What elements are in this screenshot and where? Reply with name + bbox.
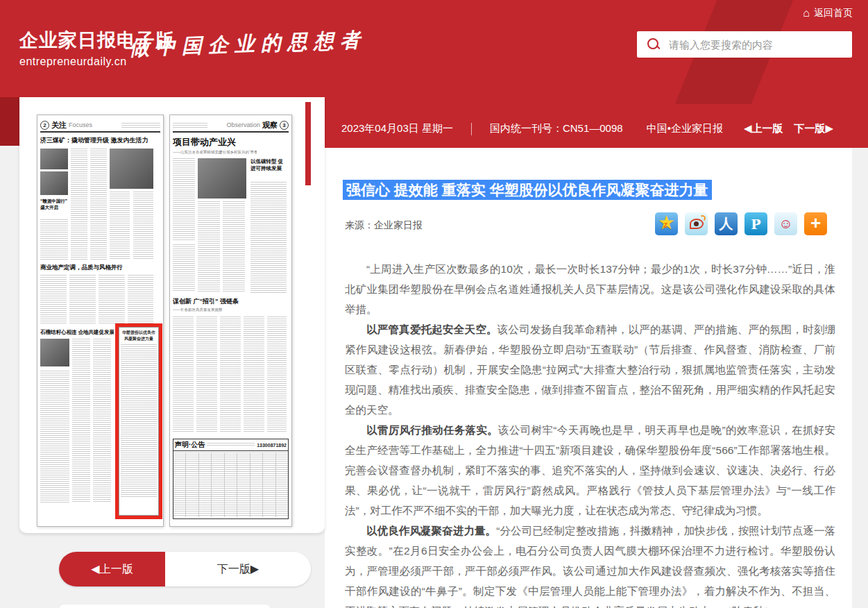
weibo-flame-glyph bbox=[699, 214, 706, 221]
current-article-highlight[interactable]: 华塑股份以优良作风凝聚奋进力量 bbox=[115, 323, 162, 519]
next-page-button[interactable]: 下一版▶ bbox=[165, 552, 311, 586]
page2-section-en: Focuses bbox=[69, 121, 92, 128]
thumbnail-scrollbar[interactable] bbox=[305, 102, 311, 185]
article-body: “上周进入生产区次数最多的10次，最长一次时长137分钟；最少的1次，时长37分… bbox=[345, 259, 835, 608]
share-more-icon[interactable]: + bbox=[804, 212, 827, 235]
page3-headline-1: 项目带动产业兴 bbox=[173, 136, 236, 149]
home-link-label: 返回首页 bbox=[814, 7, 853, 19]
search-icon[interactable] bbox=[647, 37, 661, 51]
page3-section-en: Observation bbox=[226, 121, 260, 128]
paper-name: 中国•企业家日报 bbox=[647, 122, 723, 135]
page-root: ⌂ 返回首页 企业家日报电子版 entrepreneurdaily.cn 做中国… bbox=[0, 0, 868, 608]
share-bar: ★z 人 P ☺ + bbox=[655, 212, 827, 235]
article-paragraph: “上周进入生产区次数最多的10次，最长一次时长137分钟；最少的1次，时长37分… bbox=[345, 259, 835, 319]
page3-number-icon: 3 bbox=[280, 121, 289, 130]
share-weibo-icon[interactable] bbox=[685, 212, 708, 235]
prev-page-button[interactable]: ◀上一版 bbox=[59, 552, 165, 586]
thumbnail-page-3[interactable]: Observation 观察 3 项目带动产业兴 ——山东沂水县崔家峪镇党建引领… bbox=[169, 115, 292, 527]
page3-subtitle-1: ——山东沂水县崔家峪镇党建引领乡村振兴的“齐鲁样板” bbox=[173, 150, 257, 155]
page3-headline-2: 以低碳转型 促进可持续发展 bbox=[250, 158, 287, 172]
share-kaixin-icon[interactable]: ☺ bbox=[774, 212, 797, 235]
date-text: 2023年04月03日 星期一 bbox=[341, 122, 453, 135]
page3-photo-1 bbox=[198, 158, 246, 199]
page2-masthead: 2 关注 Focuses bbox=[40, 119, 160, 133]
page2-headline-1: 济三煤矿：撬动管理升级 激发内生活力 bbox=[40, 136, 160, 145]
page2-photo-3 bbox=[110, 149, 153, 189]
page3-ads-section: 声明·公告 13300871892 bbox=[173, 439, 289, 519]
next-page-link[interactable]: 下一版▶ bbox=[794, 122, 833, 135]
current-article-thumb: 华塑股份以优良作风凝聚奋进力量 bbox=[119, 327, 159, 516]
search-input[interactable] bbox=[669, 39, 852, 51]
issue-number: 国内统一刊号：CN51—0098 bbox=[490, 122, 623, 135]
home-link[interactable]: ⌂ 返回首页 bbox=[803, 7, 853, 19]
thumbnail-page-2[interactable]: 2 关注 Focuses 济三煤矿：撬动管理升级 激发内生活力 “赣酒中国行”盛… bbox=[37, 115, 164, 527]
prev-page-link[interactable]: ◀上一版 bbox=[744, 122, 783, 135]
article-panel: 强信心 提效能 重落实 华塑股份以优良作风凝聚奋进力量 来源：企业家日报 ★z … bbox=[325, 148, 852, 608]
page-thumbnail[interactable]: 2 关注 Focuses 济三煤矿：撬动管理升级 激发内生活力 “赣酒中国行”盛… bbox=[37, 115, 292, 527]
page2-headline-2: “赣酒中国行”盛大开启 bbox=[40, 199, 69, 211]
header: ⌂ 返回首页 企业家日报电子版 entrepreneurdaily.cn 做中国… bbox=[0, 0, 868, 97]
article-source: 来源：企业家日报 bbox=[345, 219, 423, 232]
share-renren-icon[interactable]: 人 bbox=[715, 212, 738, 235]
page3-subtitle-3: ——长春新区高质量发展观察 bbox=[173, 307, 223, 312]
page2-section-cn: 关注 bbox=[51, 120, 67, 130]
article-paragraph: 以雷厉风行推动任务落实。该公司树牢“今天再晚也是早，明天再早也是晚”的效率意识，… bbox=[345, 420, 835, 521]
page2-masthead-info bbox=[121, 123, 160, 128]
current-article-thumb-title: 华塑股份以优良作风凝聚奋进力量 bbox=[121, 330, 157, 342]
share-qzone-icon[interactable]: ★z bbox=[655, 212, 678, 235]
qzone-z-glyph: z bbox=[663, 220, 667, 230]
page2-headline-3: 商业地产定调，品质与风格并行 bbox=[40, 264, 160, 272]
search-bar bbox=[637, 31, 852, 58]
ads-title: 声明·公告 bbox=[175, 440, 205, 450]
article-paragraph: 以严管真爱托起安全天空。该公司发扬自我革命精神，以严的基调、严的措施、严的氛围，… bbox=[345, 319, 835, 420]
page3-masthead: Observation 观察 3 bbox=[173, 119, 289, 133]
page2-photo-2 bbox=[40, 171, 68, 195]
page3-section-cn: 观察 bbox=[262, 120, 278, 130]
date-bar: 2023年04月03日 星期一 国内统一刊号：CN51—0098 中国•企业家日… bbox=[325, 97, 868, 148]
page2-photo-1 bbox=[40, 149, 68, 169]
date-bar-divider bbox=[471, 123, 472, 135]
article-paragraph: 以优良作风凝聚奋进力量。“分公司已经制定整改措施，抖擞精神，加快步伐，按照计划节… bbox=[345, 521, 835, 608]
page2-photo-4 bbox=[40, 339, 69, 366]
page-thumbnail-card: 2 关注 Focuses 济三煤矿：撬动管理升级 激发内生活力 “赣酒中国行”盛… bbox=[19, 97, 325, 533]
page3-headline-3: 谋创新 广“招引” 强链条 bbox=[173, 297, 239, 306]
page3-masthead-info bbox=[173, 123, 207, 128]
home-icon: ⌂ bbox=[803, 8, 810, 19]
page-nav-buttons: ◀上一版 下一版▶ bbox=[59, 552, 311, 586]
below-card-edge bbox=[59, 605, 271, 608]
ads-phone: 13300871892 bbox=[257, 443, 287, 448]
article-title: 强信心 提效能 重落实 华塑股份以优良作风凝聚奋进力量 bbox=[343, 180, 712, 200]
share-pengyou-icon[interactable]: P bbox=[744, 212, 767, 235]
page2-number-icon: 2 bbox=[40, 121, 49, 130]
page2-headline-4: 石榴结籽心相连 企地共建促发展 bbox=[40, 329, 114, 336]
article-title-highlight: 强信心 提效能 重落实 华塑股份以优良作风凝聚奋进力量 bbox=[343, 180, 712, 200]
